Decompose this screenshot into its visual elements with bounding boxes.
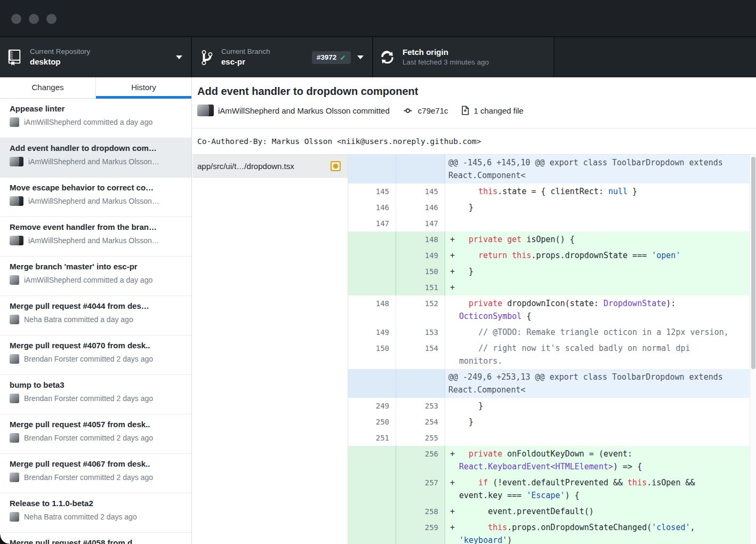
diff-line: 251255 (348, 430, 750, 446)
toolbar: Current Repository desktop Current Branc… (0, 36, 756, 77)
list-item[interactable]: Add event handler to dropdown com…iAmWil… (0, 138, 191, 178)
avatar (10, 236, 23, 245)
avatar (10, 275, 19, 285)
diff-line: 148+ private get isOpen() { (348, 231, 750, 247)
branch-dropdown[interactable]: Current Branch esc-pr #3972 ✓ (192, 37, 373, 77)
diff-line: 259+ this.props.onDropdownStateChanged('… (348, 519, 750, 544)
diff-line: 257+ if (!event.defaultPrevented && this… (348, 475, 750, 503)
committers-text: iAmWillShepherd and Markus Olsson commit… (218, 106, 390, 115)
diff-scrollbar[interactable] (750, 155, 756, 544)
close-button[interactable] (11, 14, 21, 24)
commit-description: Co-Authored-By: Markus Olsson <niik@user… (192, 128, 756, 155)
diff-line: 147147 (348, 215, 750, 231)
repository-name: desktop (30, 57, 90, 67)
commit-meta: iAmWillShepherd committed a day ago (24, 276, 152, 284)
repo-icon (7, 50, 21, 66)
diff-line: 151+ (348, 279, 750, 295)
commit-title: Merge pull request #4044 from des… (10, 301, 186, 310)
diff-line: 146146 } (348, 199, 750, 215)
commit-summary: Add event handler to dropdown component … (192, 77, 756, 128)
diff-line: 249253 } (348, 398, 750, 414)
list-item[interactable]: Merge pull request #4044 from des…Neha B… (0, 296, 191, 335)
commit-title: Merge pull request #4070 from desk.. (10, 341, 186, 350)
repository-label: Current Repository (30, 47, 90, 57)
list-item[interactable]: Appease linteriAmWillShepherd committed … (0, 99, 191, 138)
commit-meta: iAmWillShepherd and Markus Olsson… (28, 236, 159, 245)
diff-hunk-header: @@ -145,6 +145,10 @@ export class Toolba… (348, 155, 750, 183)
commit-title: Merge pull request #4057 from desk.. (10, 420, 186, 429)
commit-meta: iAmWillShepherd and Markus Olsson… (28, 157, 159, 166)
git-commit-icon (401, 106, 414, 115)
avatar (197, 105, 213, 116)
chevron-down-icon (357, 55, 364, 59)
minimize-button[interactable] (29, 14, 39, 24)
commit-meta: iAmWillShepherd and Markus Olsson… (28, 197, 159, 205)
diff-line: 256+ private onFoldoutKeyDown = (event: … (348, 446, 750, 475)
commit-meta: Brendan Forster committed 2 days ago (24, 473, 153, 482)
avatar (10, 157, 23, 166)
commit-title: Merge branch 'master' into esc-pr (10, 262, 186, 271)
list-item[interactable]: Remove event handler from the bran…iAmWi… (0, 217, 191, 257)
commit-title: bump to beta3 (10, 380, 186, 389)
github-desktop-window: Current Repository desktop Current Branc… (0, 0, 756, 544)
avatar (10, 394, 19, 403)
commit-meta: Brendan Forster committed 2 days ago (24, 434, 153, 442)
diff-line: 148152 private dropdownIcon(state: Dropd… (348, 295, 750, 324)
commit-meta: Brendan Forster committed 2 days ago (24, 394, 153, 403)
avatar (10, 354, 19, 364)
diff-area: app/src/ui/t…/dropdown.tsx @@ -145,6 +14… (192, 155, 756, 544)
fetch-origin-button[interactable]: Fetch origin Last fetched 3 minutes ago (373, 37, 554, 77)
branch-label: Current Branch (221, 47, 270, 57)
repository-dropdown[interactable]: Current Repository desktop (0, 37, 192, 77)
list-item[interactable]: Release to 1.1.0-beta2Neha Batra committ… (0, 493, 191, 533)
diff-line: 149+ return this.props.dropdownState ===… (348, 247, 750, 263)
diff-hunk-header: @@ -249,6 +253,13 @@ export class Toolba… (348, 369, 750, 398)
file-path: app/src/ui/t…/dropdown.tsx (197, 162, 331, 171)
sync-icon (381, 50, 394, 66)
changed-files-list: app/src/ui/t…/dropdown.tsx (192, 155, 348, 544)
commit-list: Appease linteriAmWillShepherd committed … (0, 99, 191, 544)
commit-title: Release to 1.1.0-beta2 (10, 499, 186, 508)
commit-title: Merge pull request #4058 from d… (10, 538, 186, 544)
sidebar-tabs: Changes History (0, 77, 191, 99)
avatar (10, 315, 19, 324)
diff-line: 150154 // right now it's scaled badly on… (348, 340, 750, 369)
commit-title: Merge pull request #4067 from desk.. (10, 459, 186, 468)
scrollbar-thumb[interactable] (751, 157, 755, 369)
fetch-label: Fetch origin (403, 47, 489, 58)
chevron-down-icon (176, 55, 182, 59)
tab-history[interactable]: History (96, 77, 191, 98)
git-branch-icon (202, 49, 213, 66)
avatar (10, 512, 19, 522)
commit-title: Add event handler to dropdown com… (10, 143, 186, 153)
commit-meta: Neha Batra committed 2 days ago (24, 513, 137, 521)
list-item[interactable]: Merge pull request #4058 from d… (0, 533, 191, 544)
list-item[interactable]: Merge pull request #4067 from desk..Bren… (0, 454, 191, 493)
list-item[interactable]: Merge pull request #4070 from desk..Bren… (0, 335, 191, 375)
file-item[interactable]: app/src/ui/t…/dropdown.tsx (192, 155, 348, 178)
tab-changes[interactable]: Changes (0, 77, 96, 98)
maximize-button[interactable] (46, 14, 57, 24)
pr-status-badge: #3972 ✓ (312, 51, 351, 64)
changed-files-count: 1 changed file (474, 106, 524, 115)
commit-title: Move escape behavior to correct co… (10, 183, 186, 192)
titlebar (0, 0, 756, 36)
window-corner (0, 534, 10, 544)
file-diff-icon (460, 105, 470, 116)
fetch-status: Last fetched 3 minutes ago (403, 58, 489, 67)
diff-line: 150+ } (348, 263, 750, 279)
commit-message-title: Add event handler to dropdown component (197, 85, 756, 98)
commit-meta: Brendan Forster committed 2 days ago (24, 355, 153, 363)
list-item[interactable]: Merge pull request #4057 from desk..Bren… (0, 414, 191, 454)
modified-file-icon (331, 161, 341, 171)
diff-view: @@ -145,6 +145,10 @@ export class Toolba… (348, 155, 750, 544)
commit-meta: Neha Batra committed a day ago (24, 315, 133, 324)
list-item[interactable]: Merge branch 'master' into esc-priAmWill… (0, 257, 191, 296)
avatar (10, 117, 19, 127)
diff-line: 250254 } (348, 414, 750, 430)
sidebar: Changes History Appease linteriAmWillShe… (0, 77, 192, 544)
list-item[interactable]: Move escape behavior to correct co…iAmWi… (0, 178, 191, 217)
diff-line: 149153 // @TODO: Remake triangle octicon… (348, 324, 750, 340)
list-item[interactable]: bump to beta3Brendan Forster committed 2… (0, 375, 191, 414)
commit-meta: iAmWillShepherd committed a day ago (24, 118, 152, 126)
